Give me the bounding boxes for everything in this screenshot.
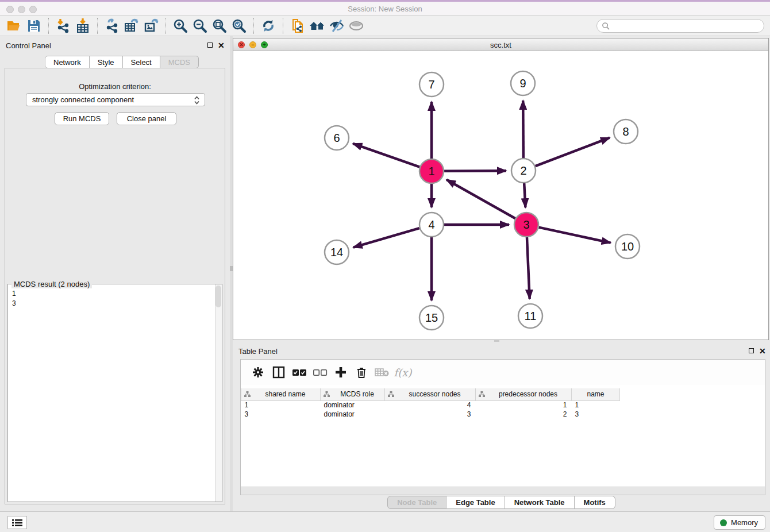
mcds-result-box: MCDS result (2 nodes) 1 3 (7, 284, 222, 502)
graph-edge-3-11[interactable] (527, 237, 530, 299)
delete-table-icon[interactable] (372, 364, 392, 381)
graph-edge-2-3[interactable] (524, 183, 525, 207)
zoom-selected-icon[interactable] (229, 17, 249, 34)
graph-edge-3-1[interactable] (446, 180, 515, 218)
tab-node-table[interactable]: Node Table (387, 496, 446, 509)
table-cell[interactable]: 2 (476, 410, 572, 419)
table-cell[interactable]: dominator (321, 400, 385, 410)
hierarchy-icon (244, 391, 251, 399)
deselect-all-icon[interactable] (310, 364, 330, 381)
table-panel: Table Panel ✕ f(x) (233, 342, 770, 511)
export-image-icon[interactable] (141, 17, 161, 34)
table-cell[interactable]: 1 (572, 400, 620, 410)
graph-edge-2-9[interactable] (523, 101, 523, 158)
table-row[interactable]: 3dominator323 (241, 410, 620, 419)
hierarchy-icon (324, 391, 330, 399)
mcds-result-text[interactable]: 1 3 (9, 288, 214, 501)
toolbar-separator (253, 18, 254, 34)
hide-eye-icon[interactable] (327, 17, 346, 34)
control-panel-title: Control Panel (6, 41, 51, 50)
open-folder-icon[interactable] (5, 17, 24, 34)
select-stepper-icon (194, 95, 200, 109)
graph-node-label-3: 3 (523, 218, 529, 231)
network-graph-canvas[interactable]: 7968124314101511 (233, 51, 768, 340)
add-row-icon[interactable] (330, 364, 351, 381)
save-icon[interactable] (24, 17, 44, 34)
table-cell[interactable]: 1 (241, 400, 321, 410)
clone-network-icon[interactable] (288, 17, 307, 34)
export-table-icon[interactable] (122, 17, 141, 34)
search-field[interactable] (596, 19, 764, 33)
network-window-title: scc.txt (233, 41, 768, 49)
table-row[interactable]: 1dominator411 (241, 400, 620, 410)
import-table-icon[interactable] (73, 17, 93, 34)
mcds-result-title: MCDS result (2 nodes) (11, 280, 92, 288)
col-name[interactable]: name (572, 388, 620, 400)
table-panel-tabs: Node Table Edge Table Network Table Moti… (233, 496, 770, 509)
tab-mcds[interactable]: MCDS (160, 56, 199, 68)
col-shared-name[interactable]: shared name (241, 388, 321, 400)
close-panel-icon[interactable]: ✕ (218, 42, 225, 49)
node-table-container: f(x) shared name MCDS role successor nod… (240, 359, 765, 495)
zoom-fit-icon[interactable] (210, 17, 229, 34)
tab-select[interactable]: Select (123, 56, 160, 68)
zoom-in-icon[interactable] (171, 17, 190, 34)
window-title: Session: New Session (0, 5, 770, 13)
table-hscrollbar[interactable] (241, 487, 765, 495)
status-bar: Memory (0, 511, 770, 532)
graph-edge-3-10[interactable] (539, 228, 611, 243)
optimization-criterion-select[interactable]: strongly connected component (26, 93, 205, 106)
export-network-icon[interactable] (102, 17, 122, 34)
graph-node-label-2: 2 (520, 164, 526, 177)
tab-edge-table[interactable]: Edge Table (446, 496, 505, 509)
graph-edge-1-2[interactable] (444, 171, 506, 171)
toolbar-separator (97, 18, 98, 34)
search-icon (602, 22, 610, 30)
graph-edge-4-14[interactable] (353, 228, 419, 247)
col-successor-nodes[interactable]: successor nodes (385, 388, 476, 400)
table-cell[interactable]: 3 (385, 410, 476, 419)
table-cell[interactable]: 4 (385, 400, 476, 410)
table-close-panel-icon[interactable]: ✕ (759, 348, 766, 354)
table-cell[interactable]: dominator (321, 410, 385, 419)
graph-edge-2-8[interactable] (536, 138, 610, 166)
split-panel-icon[interactable] (268, 364, 289, 381)
table-float-panel-icon[interactable] (749, 348, 754, 354)
graph-node-label-9: 9 (519, 77, 526, 90)
memory-status-icon (720, 519, 727, 526)
table-panel-title: Table Panel (238, 347, 278, 356)
table-cell[interactable]: 3 (241, 410, 321, 419)
col-mcds-role[interactable]: MCDS role (321, 388, 385, 400)
hierarchy-icon (388, 391, 394, 399)
run-mcds-button[interactable]: Run MCDS (55, 112, 109, 125)
tab-motifs[interactable]: Motifs (575, 496, 615, 509)
select-all-icon[interactable] (289, 364, 310, 381)
graph-node-label-10: 10 (621, 240, 634, 253)
refresh-icon[interactable] (259, 17, 278, 34)
table-cell[interactable]: 1 (476, 400, 572, 410)
tab-network-table[interactable]: Network Table (505, 496, 575, 509)
col-predecessor-nodes[interactable]: predecessor nodes (476, 388, 572, 400)
task-history-button[interactable] (7, 516, 27, 529)
home-icon[interactable] (307, 17, 327, 34)
list-icon (12, 519, 22, 527)
table-cell[interactable]: 3 (572, 410, 620, 419)
memory-button[interactable]: Memory (714, 515, 765, 530)
import-network-icon[interactable] (53, 17, 73, 34)
result-scrollbar[interactable] (215, 284, 222, 502)
float-panel-icon[interactable] (207, 42, 213, 49)
gear-icon[interactable] (248, 364, 268, 381)
eye-icon[interactable] (346, 17, 366, 34)
graph-node-label-4: 4 (428, 218, 434, 231)
tab-style[interactable]: Style (90, 56, 123, 68)
function-icon[interactable]: f(x) (392, 364, 413, 381)
graph-edge-1-6[interactable] (353, 144, 419, 167)
close-panel-button[interactable]: Close panel (117, 112, 176, 125)
search-input[interactable] (610, 20, 764, 32)
network-window-titlebar[interactable]: ✕ − + scc.txt (233, 38, 768, 51)
graph-node-label-6: 6 (333, 132, 340, 144)
mcds-panel-content: Optimization criterion: strongly connect… (5, 68, 225, 504)
zoom-out-icon[interactable] (190, 17, 210, 34)
tab-network[interactable]: Network (45, 56, 90, 68)
delete-row-icon[interactable] (351, 364, 372, 381)
